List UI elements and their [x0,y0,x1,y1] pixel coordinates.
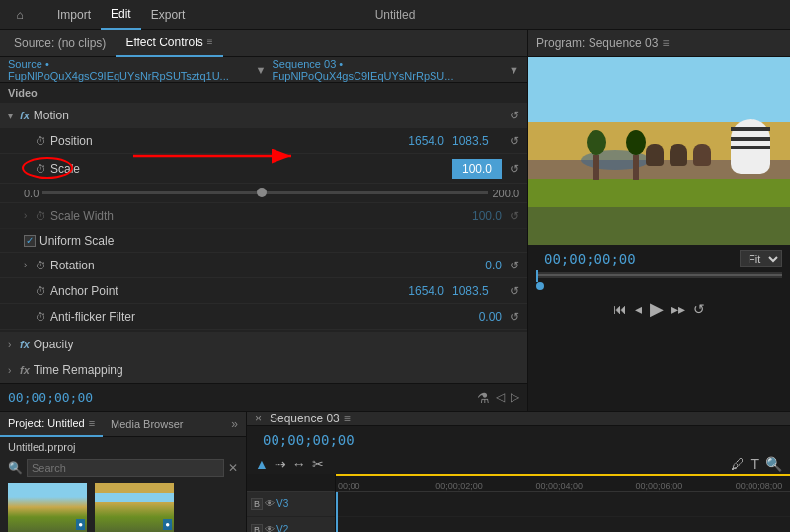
anti-flicker-label[interactable]: Anti-flicker Filter [50,310,442,324]
track-v2-label: B 👁 V2 [247,517,335,532]
anti-flicker-reset-icon[interactable]: ↺ [510,310,519,324]
effect-timecode[interactable]: 00;00;00;00 [8,390,93,405]
tool-icon-2[interactable]: ▷ [511,390,519,406]
time-remap-label: Time Remapping [34,363,519,377]
scale-width-expand[interactable]: › [24,210,36,221]
scale-label[interactable]: Scale [50,162,452,176]
menu-edit[interactable]: Edit [101,0,141,30]
transport-loop-icon[interactable]: ↺ [693,301,705,317]
program-timecode[interactable]: 00;00;00;00 [536,247,644,270]
fit-select[interactable]: Fit [740,250,782,267]
tab-source[interactable]: Source: (no clips) [4,30,116,57]
anti-flicker-value[interactable]: 0.00 [442,310,502,324]
sequence-close-icon[interactable]: × [255,412,262,425]
tool-icon-1[interactable]: ◁ [496,390,505,406]
rotation-value[interactable]: 0.0 [442,259,502,272]
position-reset-icon[interactable]: ↺ [510,134,519,148]
rotation-label[interactable]: Rotation [50,259,442,272]
seq-tool-ripple[interactable]: ↔ [292,456,306,472]
scale-slider-track[interactable] [42,191,488,194]
scale-width-value[interactable]: 100.0 [442,209,502,223]
opacity-expand-icon[interactable]: › [8,340,20,350]
yellow-line [336,474,790,476]
opacity-row[interactable]: › fx Opacity [0,332,527,357]
filter-icon[interactable]: ⚗ [477,390,490,406]
effect-panel-tools: ⚗ ◁ ▷ [477,390,519,406]
motion-label: Motion [34,109,502,122]
scale-width-stopwatch-icon[interactable]: ⏱ [36,210,46,222]
scale-stopwatch-icon[interactable]: ⏱ [36,163,46,175]
uniform-scale-checkbox[interactable]: ✓ [24,235,36,247]
rotation-expand[interactable]: › [24,260,36,270]
thumbnail-1[interactable]: ● [8,483,87,532]
left-panel: Source: (no clips) Effect Controls ≡ Sou… [0,30,528,411]
tree-trunk-1 [593,155,599,180]
sequence-menu-icon[interactable]: ≡ [344,412,351,425]
anchor-label[interactable]: Anchor Point [50,284,385,298]
ruler-mark-2s: 00;00;02;00 [435,481,483,491]
sequence-tools: ▲ ⇢ ↔ ✂ 🖊 T 🔍 [247,454,790,474]
seq-tool-search[interactable]: 🔍 [765,456,782,472]
bottom-section: Project: Untitled ≡ Media Browser » Unti… [0,411,790,532]
anchor-y-value[interactable]: 1083.5 [452,284,502,298]
program-monitor-menu-icon[interactable]: ≡ [662,37,669,50]
seq-tool-type[interactable]: T [750,456,759,472]
search-clear-icon[interactable]: ✕ [228,461,238,475]
position-row: ⏱ Position 1654.0 1083.5 ↺ [0,128,527,154]
seq-tool-track[interactable]: ⇢ [275,456,286,472]
scale-width-reset-icon[interactable]: ↺ [510,209,519,223]
scale-slider-thumb[interactable] [257,188,267,197]
scale-width-label[interactable]: Scale Width [50,209,442,223]
thumbnail-2[interactable]: ● [95,483,174,532]
track-v2-eye[interactable]: 👁 [265,524,275,532]
project-menu-icon[interactable]: ≡ [89,418,95,429]
motion-reset-icon[interactable]: ↺ [510,109,519,122]
menu-import[interactable]: Import [47,0,101,30]
transport-step-fwd-icon[interactable]: ▸▸ [672,301,685,317]
tab-project[interactable]: Project: Untitled ≡ [0,412,103,437]
tab-media-browser[interactable]: Media Browser [103,412,191,437]
position-x-value[interactable]: 1654.0 [385,134,444,148]
anchor-reset-icon[interactable]: ↺ [510,284,519,298]
sequence-timecode[interactable]: 00;00;00;00 [255,428,362,452]
fx-motion-row[interactable]: ▾ fx Motion ↺ [0,103,527,128]
track-v2-toggle[interactable]: B [251,524,263,533]
scale-input[interactable] [452,159,502,179]
time-remap-expand-icon[interactable]: › [8,365,20,376]
transport-play-icon[interactable]: ▶ [650,298,664,320]
search-input[interactable] [27,459,224,477]
timeline-tracks: 00;00 00;00;02;00 00;00;04;00 00;00;06;0… [336,474,790,532]
program-monitor-header: Program: Sequence 03 ≡ [528,30,790,57]
time-remap-row[interactable]: › fx Time Remapping [0,357,527,383]
rotation-reset-icon[interactable]: ↺ [510,259,519,272]
panel-expand-icon[interactable]: » [223,418,246,431]
zebra-stripe-2 [731,137,770,141]
position-stopwatch-icon[interactable]: ⏱ [36,135,46,147]
seq-tool-selection[interactable]: ▲ [255,456,269,472]
scale-reset-icon[interactable]: ↺ [510,162,519,176]
seq-tool-pen[interactable]: 🖊 [731,456,745,472]
timeline-ruler[interactable]: 00;00 00;00;02;00 00;00;04;00 00;00;06;0… [336,474,790,492]
transport-rewind-icon[interactable]: ⏮ [613,301,627,317]
anchor-x-value[interactable]: 1654.0 [385,284,444,298]
transport-controls: ⏮ ◂ ▶ ▸▸ ↺ [528,294,790,324]
home-icon[interactable]: ⌂ [8,3,32,27]
anti-flicker-stopwatch-icon[interactable]: ⏱ [36,311,46,323]
effect-controls-menu-icon[interactable]: ≡ [207,37,213,47]
transport-step-back-icon[interactable]: ◂ [635,301,642,317]
track-v3-toggle[interactable]: B [251,498,263,510]
panel-tabs: Source: (no clips) Effect Controls ≡ [0,30,527,57]
position-label[interactable]: Position [50,134,385,148]
scale-slider-row[interactable]: 0.0 200.0 [0,184,527,203]
track-v3-eye[interactable]: 👁 [265,498,275,509]
rotation-stopwatch-icon[interactable]: ⏱ [36,260,46,271]
tab-effect-controls[interactable]: Effect Controls ≡ [116,30,222,57]
position-y-value[interactable]: 1083.5 [452,134,502,148]
uniform-scale-row[interactable]: ✓ Uniform Scale [0,229,527,253]
motion-expand-icon[interactable]: ▾ [8,111,20,121]
anchor-stopwatch-icon[interactable]: ⏱ [36,285,46,297]
menu-export[interactable]: Export [141,0,196,30]
program-timeline-scrubber[interactable] [536,272,782,278]
sequence-timecode-row: 00;00;00;00 [247,426,790,454]
seq-tool-razor[interactable]: ✂ [312,456,324,472]
